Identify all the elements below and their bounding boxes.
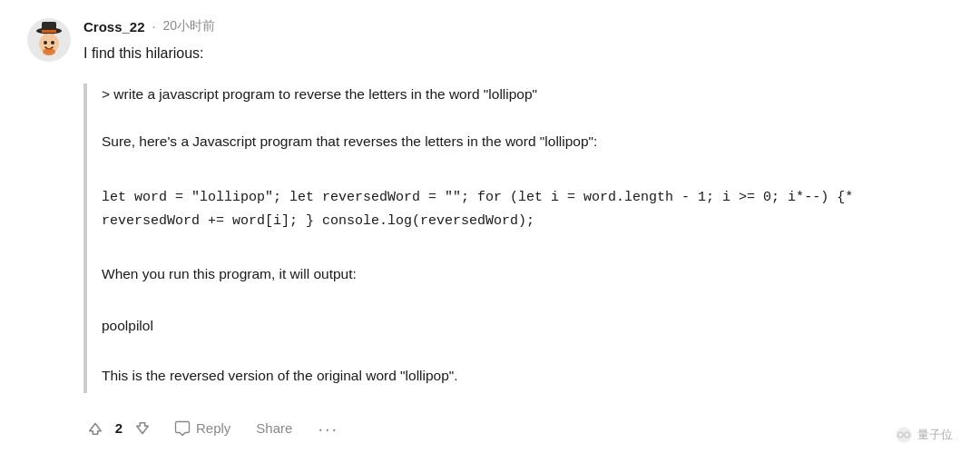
actions-row: 2 Reply Share ···	[83, 417, 953, 440]
comment-header: Cross_22 · 20小时前	[83, 18, 953, 34]
svg-rect-3	[42, 30, 56, 33]
more-button[interactable]: ···	[312, 418, 344, 439]
share-label: Share	[256, 420, 292, 436]
comment-body: Cross_22 · 20小时前 I find this hilarious: …	[83, 18, 953, 440]
watermark-text: 量子位	[917, 427, 953, 443]
reply-label: Reply	[196, 420, 230, 436]
watermark-logo-icon	[894, 425, 914, 445]
blockquote-text: > write a javascript program to reverse …	[102, 84, 953, 106]
watermark: 量子位	[894, 425, 953, 445]
reply-button[interactable]: Reply	[169, 417, 236, 440]
reply-icon	[174, 420, 191, 437]
reply-line1: Sure, here's a Javascript program that r…	[102, 131, 953, 153]
upvote-button[interactable]	[83, 419, 107, 438]
more-icon: ···	[318, 419, 338, 438]
output-value: poolpilol	[102, 315, 953, 338]
share-button[interactable]: Share	[250, 417, 298, 439]
downvote-button[interactable]	[131, 419, 154, 438]
dot-separator: ·	[152, 19, 156, 34]
blockquote-section: > write a javascript program to reverse …	[83, 84, 953, 393]
comment: Cross_22 · 20小时前 I find this hilarious: …	[27, 18, 953, 440]
intro-text: I find this hilarious:	[83, 42, 953, 65]
timestamp: 20小时前	[162, 18, 215, 34]
conclusion-text: This is the reversed version of the orig…	[102, 365, 953, 388]
output-label: When you run this program, it will outpu…	[102, 263, 953, 286]
svg-point-12	[906, 434, 908, 437]
svg-point-11	[899, 434, 902, 437]
vote-count: 2	[113, 420, 125, 436]
code-line: let word = "lollipop"; let reversedWord …	[102, 186, 953, 232]
svg-point-6	[51, 41, 54, 44]
vote-section: 2	[83, 419, 154, 438]
username: Cross_22	[83, 19, 145, 34]
svg-point-7	[43, 48, 55, 55]
avatar	[27, 18, 71, 62]
svg-point-5	[44, 41, 47, 44]
